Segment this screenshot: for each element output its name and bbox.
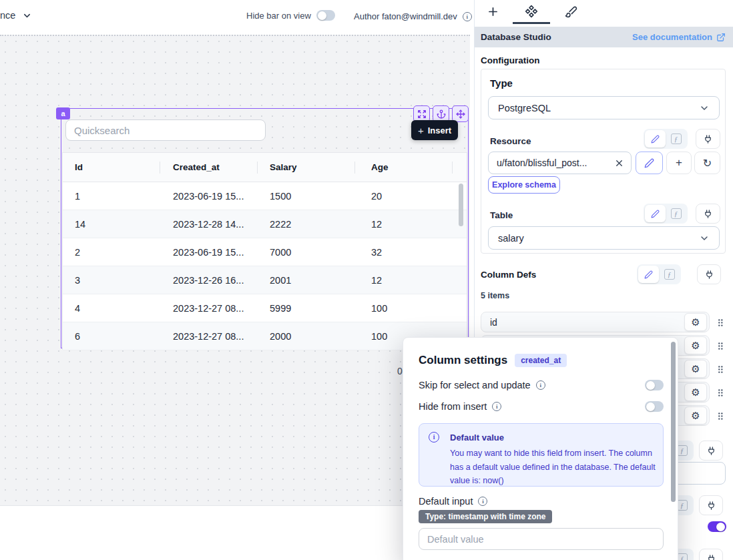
type-label: Type bbox=[490, 77, 513, 89]
plug-icon bbox=[703, 134, 713, 144]
cell: 7000 bbox=[257, 238, 354, 266]
type-select[interactable]: PostgreSQL bbox=[488, 96, 720, 119]
column-defs-connect-button[interactable] bbox=[697, 264, 721, 284]
explore-schema-button[interactable]: Explore schema bbox=[488, 176, 560, 194]
hide-from-insert-toggle[interactable] bbox=[645, 401, 664, 412]
add-resource-button[interactable]: + bbox=[666, 152, 692, 174]
plus-icon bbox=[487, 5, 499, 18]
table-connect-button[interactable] bbox=[696, 204, 720, 224]
setting-toggle-on[interactable] bbox=[708, 521, 726, 532]
pencil-icon bbox=[651, 210, 660, 218]
function-edit-mode-button[interactable]: ƒ bbox=[659, 266, 680, 283]
column-settings-gear-icon[interactable]: ⚙ bbox=[684, 360, 707, 378]
column-settings-gear-icon[interactable]: ⚙ bbox=[684, 313, 707, 331]
info-icon[interactable]: i bbox=[463, 12, 472, 21]
default-value-input[interactable] bbox=[419, 528, 664, 550]
column-def-name: id bbox=[490, 317, 497, 328]
resource-input[interactable]: u/faton/blissful_post... bbox=[488, 152, 632, 174]
function-edit-mode-button[interactable]: ƒ bbox=[666, 130, 686, 148]
external-link-icon bbox=[716, 33, 726, 42]
plug-icon bbox=[704, 270, 714, 280]
cell: 2222 bbox=[257, 210, 354, 238]
drag-handle-icon[interactable] bbox=[716, 340, 725, 352]
resource-connect-button[interactable] bbox=[696, 129, 720, 149]
cell: 1 bbox=[63, 182, 160, 210]
column-header-created-at[interactable]: Created_at bbox=[160, 153, 257, 182]
cell: 2023-12-26 16... bbox=[160, 266, 257, 294]
function-icon: ƒ bbox=[671, 208, 682, 219]
cell: 2023-12-27 08... bbox=[160, 322, 257, 350]
cell: 2023-06-19 15... bbox=[160, 238, 257, 266]
plus-icon: + bbox=[676, 156, 682, 170]
table-select[interactable]: salary bbox=[488, 226, 720, 250]
info-icon[interactable]: i bbox=[492, 402, 501, 411]
cell: 12 bbox=[354, 210, 452, 238]
column-name-badge: created_at bbox=[515, 354, 567, 367]
static-edit-mode-button[interactable] bbox=[645, 130, 666, 148]
static-edit-mode-button[interactable] bbox=[638, 266, 659, 283]
move-icon bbox=[456, 109, 465, 119]
insert-button[interactable]: + Insert bbox=[411, 120, 458, 140]
insert-button-label: Insert bbox=[428, 125, 451, 135]
cell: 3 bbox=[63, 266, 160, 294]
default-input-label: Default input bbox=[419, 496, 473, 507]
function-edit-mode-button[interactable]: ƒ bbox=[666, 205, 686, 222]
configuration-box: Type PostgreSQL Resource ƒ u/faton/b bbox=[481, 69, 726, 254]
column-header-age[interactable]: Age bbox=[354, 153, 452, 182]
quicksearch-input[interactable] bbox=[65, 119, 266, 141]
refresh-icon: ↻ bbox=[703, 157, 712, 170]
column-type-badge: Type: timestamp with time zone bbox=[419, 510, 552, 523]
tab-component-settings[interactable] bbox=[525, 5, 538, 18]
tab-styling[interactable] bbox=[564, 5, 577, 18]
plug-icon bbox=[703, 209, 713, 219]
column-settings-popup: Column settings created_at Skip for sele… bbox=[403, 337, 678, 560]
pencil-icon bbox=[644, 270, 653, 279]
component-tag-badge: a bbox=[56, 107, 70, 119]
column-def-item-id[interactable]: id bbox=[481, 312, 710, 332]
table-row[interactable]: 1 2023-06-19 15... 1500 20 bbox=[63, 182, 467, 210]
tab-insert-component[interactable] bbox=[486, 5, 499, 18]
column-settings-gear-icon[interactable]: ⚙ bbox=[684, 406, 707, 425]
cell: 6 bbox=[63, 322, 160, 350]
drag-handle-icon[interactable] bbox=[716, 363, 725, 375]
cell: 4 bbox=[63, 294, 160, 322]
chevron-down-icon bbox=[699, 233, 710, 244]
table-row[interactable]: 14 2023-12-28 14... 2222 12 bbox=[63, 210, 467, 238]
column-settings-gear-icon[interactable]: ⚙ bbox=[684, 383, 707, 401]
column-settings-gear-icon[interactable]: ⚙ bbox=[684, 336, 707, 354]
drag-handle-icon[interactable] bbox=[716, 386, 725, 398]
setting-connect-button[interactable] bbox=[699, 495, 723, 515]
resource-edit-mode-toggle: ƒ bbox=[644, 129, 688, 149]
table-scrollbar[interactable] bbox=[459, 184, 463, 226]
column-header-id[interactable]: Id bbox=[63, 153, 160, 182]
edit-resource-button[interactable] bbox=[636, 152, 663, 174]
info-icon[interactable]: i bbox=[478, 497, 487, 506]
cell: 100 bbox=[354, 294, 452, 322]
type-select-value: PostgreSQL bbox=[498, 103, 551, 113]
component-type-header: Database Studio See documentation bbox=[475, 27, 733, 47]
drag-handle-icon[interactable] bbox=[716, 410, 725, 422]
skip-select-update-toggle[interactable] bbox=[645, 380, 664, 390]
column-header-salary[interactable]: Salary bbox=[257, 153, 354, 182]
static-edit-mode-button[interactable] bbox=[645, 205, 666, 222]
component-icon bbox=[525, 5, 538, 18]
hide-bar-toggle[interactable] bbox=[316, 10, 335, 21]
pencil-icon bbox=[651, 135, 660, 144]
drag-handle-icon[interactable] bbox=[716, 316, 725, 328]
setting-connect-button[interactable] bbox=[699, 549, 723, 560]
table-select-value: salary bbox=[498, 233, 524, 244]
panel-tabs bbox=[475, 0, 733, 27]
table-row[interactable]: 4 2023-12-27 08... 5999 100 bbox=[63, 294, 467, 322]
see-documentation-link[interactable]: See documentation bbox=[632, 32, 726, 42]
table-row[interactable]: 3 2023-12-26 16... 2001 12 bbox=[63, 266, 467, 294]
items-count-label: 5 items bbox=[481, 291, 509, 300]
popup-scrollbar[interactable] bbox=[671, 342, 676, 502]
table-row[interactable]: 2 2023-06-19 15... 7000 32 bbox=[63, 238, 467, 266]
clear-icon[interactable] bbox=[614, 158, 624, 168]
setting-connect-button[interactable] bbox=[699, 441, 723, 461]
app-canvas[interactable]: a + Insert Id Created_at Salary Age 1 bbox=[0, 35, 470, 506]
truncated-breadcrumb-dropdown[interactable]: nce bbox=[0, 10, 32, 21]
doc-link-label: See documentation bbox=[632, 32, 712, 42]
info-icon[interactable]: i bbox=[536, 380, 545, 390]
refresh-resource-button[interactable]: ↻ bbox=[694, 152, 720, 174]
